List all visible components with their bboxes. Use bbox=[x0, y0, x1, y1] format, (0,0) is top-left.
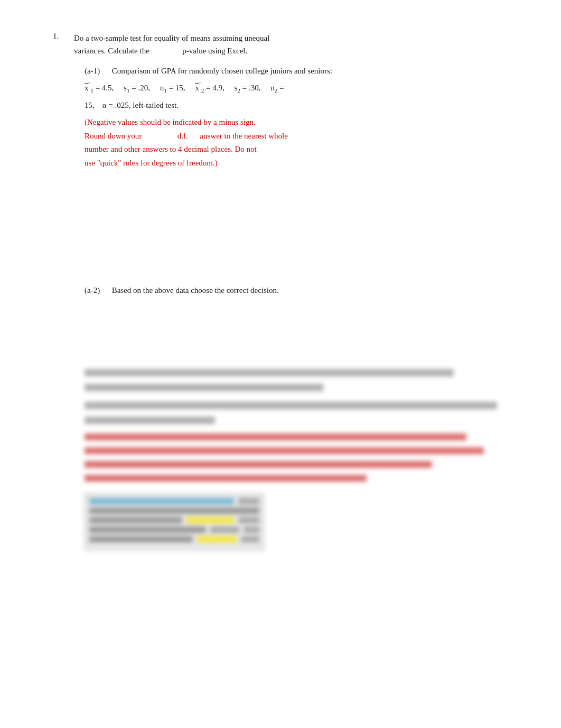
red-note-line3: number and other answers to 4 decimal pl… bbox=[85, 143, 519, 156]
x2bar: x bbox=[195, 84, 199, 92]
sub-a1-label-line: (a-1) Comparison of GPA for randomly cho… bbox=[85, 67, 519, 76]
blurred-sh-1 bbox=[89, 508, 259, 514]
blurred-red-line4 bbox=[85, 475, 519, 485]
question-text: Do a two-sample test for equality of mea… bbox=[74, 32, 269, 57]
red-note-line4: use "quick" rules for degrees of freedom… bbox=[85, 156, 519, 170]
red-note-line2-part2: d.f. bbox=[177, 132, 188, 140]
blurred-header-val bbox=[238, 498, 259, 504]
blurred-red-2 bbox=[85, 447, 484, 454]
blurred-red-1 bbox=[85, 434, 466, 440]
blurred-line-1 bbox=[85, 369, 454, 376]
blurred-header-cell bbox=[89, 498, 234, 504]
n2-label: n2 = bbox=[270, 84, 284, 92]
blurred-red-4 bbox=[85, 475, 367, 482]
red-note-line2-part1: Round down your bbox=[85, 132, 142, 140]
n2-val: 15, bbox=[85, 101, 95, 109]
x2-equals: = 4.9, bbox=[206, 84, 225, 92]
blurred-row-1 bbox=[89, 517, 259, 523]
question-header: 1. Do a two-sample test for equality of … bbox=[53, 32, 519, 57]
blurred-vars-1 bbox=[85, 402, 497, 409]
blurred-red-3 bbox=[85, 461, 432, 468]
variables-line: x‾1 = 4.5, s1 = .20, n1 = 15, x‾2 = 4.9,… bbox=[85, 80, 519, 96]
red-note-line1: (Negative values should be indicated by … bbox=[85, 116, 519, 130]
blurred-header-line2 bbox=[85, 384, 519, 395]
blurred-r2-gray bbox=[210, 527, 239, 533]
blurred-r2-gray2 bbox=[244, 527, 259, 533]
variables-line2: 15, α = .025, left-tailed test. bbox=[85, 98, 519, 113]
s2-val: s2 = .30, bbox=[234, 84, 260, 92]
alpha-val: α = .025, left-tailed test. bbox=[102, 101, 179, 109]
blurred-r3-label bbox=[89, 536, 193, 542]
blurred-table bbox=[85, 493, 264, 550]
red-note-block: (Negative values should be indicated by … bbox=[85, 116, 519, 170]
blurred-row-2 bbox=[89, 527, 259, 533]
sub-question-a2: (a-2) Based on the above data choose the… bbox=[85, 286, 519, 295]
x2-sub: 2 bbox=[201, 87, 204, 94]
blurred-vars-2 bbox=[85, 417, 215, 424]
s1-val: s1 = .20, bbox=[124, 84, 150, 92]
question-text-line2: variances. Calculate the p‑value using E… bbox=[74, 44, 269, 57]
blurred-vars-line2 bbox=[85, 417, 519, 428]
blurred-red-line1 bbox=[85, 434, 519, 444]
blurred-r1-gray bbox=[238, 517, 259, 523]
question-text-line2-part2: p‑value using Excel. bbox=[182, 47, 247, 55]
sub-question-a1: (a-1) Comparison of GPA for randomly cho… bbox=[85, 67, 519, 170]
question-text-line2-part1: variances. Calculate the bbox=[74, 47, 149, 55]
x1-equals: = 4.5, bbox=[96, 84, 114, 92]
sub-a1-description: Comparison of GPA for randomly chosen co… bbox=[112, 67, 332, 75]
blurred-line-2 bbox=[85, 384, 323, 391]
question-text-line1: Do a two-sample test for equality of mea… bbox=[74, 32, 269, 44]
answer-area-a1 bbox=[53, 180, 519, 286]
x1-sub: 1 bbox=[90, 87, 94, 94]
answer-area-a2 bbox=[53, 306, 519, 358]
blurred-sub-header bbox=[89, 508, 259, 514]
blurred-red-line3 bbox=[85, 461, 519, 472]
blurred-r1-label bbox=[89, 517, 182, 523]
blurred-table-header bbox=[89, 498, 259, 504]
blurred-section bbox=[85, 369, 519, 550]
sub-a1-label: (a-1) bbox=[85, 67, 100, 75]
sub-a2-label-line: (a-2) Based on the above data choose the… bbox=[85, 286, 519, 295]
blurred-r3-yellow bbox=[197, 536, 237, 542]
sub-a2-description: Based on the above data choose the corre… bbox=[112, 286, 279, 294]
blurred-r2-label bbox=[89, 527, 206, 533]
red-note-line2: Round down your d.f. answer to the neare… bbox=[85, 130, 519, 143]
sub-a2-label: (a-2) bbox=[85, 286, 100, 294]
blurred-r1-yellow bbox=[186, 517, 234, 523]
blurred-vars-line1 bbox=[85, 402, 519, 413]
df-gap bbox=[144, 130, 175, 143]
blurred-header-line1 bbox=[85, 369, 519, 381]
question-block: 1. Do a two-sample test for equality of … bbox=[53, 32, 519, 550]
red-note-line2-part3: answer to the nearest whole bbox=[200, 132, 288, 140]
p-value-gap bbox=[152, 44, 181, 57]
question-number-label: 1. bbox=[53, 32, 69, 41]
n1-val: n1 = 15, bbox=[160, 84, 185, 92]
blurred-row-3 bbox=[89, 536, 259, 542]
blurred-r3-gray bbox=[241, 536, 259, 542]
blurred-red-line2 bbox=[85, 447, 519, 458]
x1bar: x bbox=[85, 84, 89, 92]
